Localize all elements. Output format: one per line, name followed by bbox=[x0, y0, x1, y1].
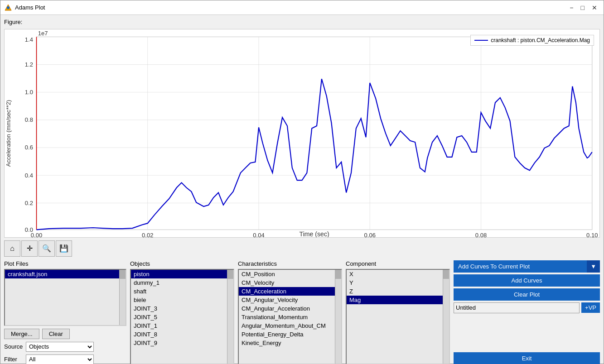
object-item-dummy1[interactable]: dummy_1 bbox=[131, 278, 233, 287]
characteristics-listbox[interactable]: CM_Position CM_Velocity CM_Acceleration … bbox=[238, 269, 342, 364]
svg-point-1 bbox=[7, 6, 10, 9]
pan-button[interactable]: ✛ bbox=[21, 240, 38, 257]
char-item-trans-momentum[interactable]: Translational_Momentum bbox=[239, 313, 341, 321]
vp-button[interactable]: +VP bbox=[581, 302, 600, 313]
scrollbar-thumb[interactable] bbox=[120, 270, 126, 279]
svg-text:Acceleration (mm/sec**2): Acceleration (mm/sec**2) bbox=[5, 100, 12, 167]
pan-icon: ✛ bbox=[27, 244, 33, 253]
content-area: Figure: bbox=[0, 15, 604, 364]
char-item-potential-energy[interactable]: Potential_Energy_Delta bbox=[239, 330, 341, 339]
merge-clear-row: Merge... Clear bbox=[4, 329, 126, 339]
svg-text:0.10: 0.10 bbox=[586, 232, 598, 237]
bottom-panel: Plot Files crankshaft.json Merge... Clea… bbox=[4, 260, 600, 364]
char-item-cm-angular-acceleration[interactable]: CM_Angular_Acceleration bbox=[239, 304, 341, 313]
add-curves-dropdown-arrow[interactable]: ▼ bbox=[587, 260, 600, 273]
app-icon bbox=[4, 4, 12, 12]
save-icon: 💾 bbox=[59, 244, 68, 253]
plot-files-label: Plot Files bbox=[4, 260, 126, 267]
svg-text:1.0: 1.0 bbox=[25, 89, 33, 96]
zoom-icon: 🔍 bbox=[42, 244, 51, 253]
comp-item-y[interactable]: Y bbox=[347, 278, 449, 287]
source-row: Source Objects All bbox=[4, 342, 126, 352]
save-button[interactable]: 💾 bbox=[56, 240, 72, 257]
char-scrollbar[interactable] bbox=[335, 270, 341, 364]
chart-svg: 0.0 0.2 0.4 0.6 0.8 1.0 1.2 1.4 1e7 0.00… bbox=[5, 29, 599, 237]
title-bar: Adams Plot − □ ✕ bbox=[0, 0, 604, 15]
objects-label: Objects bbox=[130, 260, 234, 267]
clear-plot-button[interactable]: Clear Plot bbox=[454, 288, 600, 301]
char-item-cm-position[interactable]: CM_Position bbox=[239, 270, 341, 278]
characteristics-label: Characteristics bbox=[238, 260, 342, 267]
comp-scrollbar-thumb[interactable] bbox=[443, 270, 449, 279]
untitled-row: +VP bbox=[454, 302, 600, 313]
spacer bbox=[454, 315, 600, 350]
char-item-cm-velocity[interactable]: CM_Velocity bbox=[239, 278, 341, 287]
component-listbox[interactable]: X Y Z Mag bbox=[346, 269, 450, 364]
main-window: Adams Plot − □ ✕ Figure: bbox=[0, 0, 604, 364]
home-button[interactable]: ⌂ bbox=[4, 240, 20, 257]
objects-scrollbar-thumb[interactable] bbox=[227, 270, 234, 279]
svg-text:0.00: 0.00 bbox=[31, 232, 42, 237]
svg-text:0.06: 0.06 bbox=[364, 232, 376, 237]
char-item-angular-momentum[interactable]: Angular_Momentum_About_CM bbox=[239, 321, 341, 330]
clear-button[interactable]: Clear bbox=[42, 329, 70, 339]
comp-scrollbar[interactable] bbox=[443, 270, 449, 364]
svg-text:0.6: 0.6 bbox=[25, 144, 33, 151]
object-item-joint1[interactable]: JOINT_1 bbox=[131, 321, 233, 330]
svg-text:0.02: 0.02 bbox=[142, 232, 153, 237]
window-title: Adams Plot bbox=[15, 4, 567, 11]
plot-files-panel: Plot Files crankshaft.json Merge... Clea… bbox=[4, 260, 126, 364]
figure-label: Figure: bbox=[4, 19, 600, 25]
svg-text:Time (sec): Time (sec) bbox=[300, 230, 329, 237]
component-label: Component bbox=[346, 260, 450, 267]
char-item-cm-angular-velocity[interactable]: CM_Angular_Velocity bbox=[239, 296, 341, 304]
char-scrollbar-thumb[interactable] bbox=[335, 270, 342, 279]
home-icon: ⌂ bbox=[10, 244, 14, 253]
object-item-joint3[interactable]: JOINT_3 bbox=[131, 304, 233, 313]
objects-panel: Objects piston dummy_1 shaft biele JOINT… bbox=[130, 260, 234, 364]
component-panel: Component X Y Z Mag bbox=[346, 260, 450, 364]
object-item-piston[interactable]: piston bbox=[131, 270, 233, 278]
objects-scrollbar[interactable] bbox=[227, 270, 233, 364]
object-item-joint5[interactable]: JOINT_5 bbox=[131, 313, 233, 321]
add-curves-to-current-plot-row: Add Curves To Current Plot ▼ bbox=[454, 260, 600, 273]
chart-area: 0.0 0.2 0.4 0.6 0.8 1.0 1.2 1.4 1e7 0.00… bbox=[4, 29, 600, 238]
char-item-kinetic-energy[interactable]: Kinetic_Energy bbox=[239, 339, 341, 347]
svg-text:0.4: 0.4 bbox=[25, 172, 33, 179]
svg-text:1.2: 1.2 bbox=[25, 61, 33, 68]
comp-item-x[interactable]: X bbox=[347, 270, 449, 278]
add-curves-to-current-plot-button[interactable]: Add Curves To Current Plot bbox=[454, 260, 587, 273]
object-item-joint9[interactable]: JOINT_9 bbox=[131, 339, 233, 347]
right-panel: Add Curves To Current Plot ▼ Add Curves … bbox=[454, 260, 600, 364]
zoom-button[interactable]: 🔍 bbox=[39, 240, 55, 257]
svg-text:1e7: 1e7 bbox=[38, 30, 48, 37]
chart-legend: crankshaft : piston.CM_Acceleration.Mag bbox=[470, 35, 594, 46]
comp-item-mag[interactable]: Mag bbox=[347, 296, 449, 304]
close-button[interactable]: ✕ bbox=[589, 3, 600, 12]
source-select[interactable]: Objects All bbox=[26, 342, 94, 352]
svg-text:1.4: 1.4 bbox=[25, 36, 33, 43]
object-item-joint8[interactable]: JOINT_8 bbox=[131, 330, 233, 339]
maximize-button[interactable]: □ bbox=[578, 3, 587, 12]
svg-text:0.04: 0.04 bbox=[253, 232, 264, 237]
merge-button[interactable]: Merge... bbox=[4, 329, 39, 339]
plot-files-listbox[interactable]: crankshaft.json bbox=[4, 269, 126, 326]
object-item-biele[interactable]: biele bbox=[131, 296, 233, 304]
svg-text:0.8: 0.8 bbox=[25, 116, 33, 123]
svg-text:0.08: 0.08 bbox=[475, 232, 487, 237]
minimize-button[interactable]: − bbox=[567, 3, 576, 12]
objects-listbox[interactable]: piston dummy_1 shaft biele JOINT_3 JOINT… bbox=[130, 269, 234, 364]
plot-file-item-crankshaft[interactable]: crankshaft.json bbox=[5, 270, 126, 278]
listbox-scrollbar[interactable] bbox=[119, 270, 126, 325]
filter-select[interactable]: All bbox=[26, 354, 94, 364]
comp-item-z[interactable]: Z bbox=[347, 287, 449, 296]
legend-text: crankshaft : piston.CM_Acceleration.Mag bbox=[491, 37, 590, 43]
source-label: Source bbox=[4, 343, 22, 350]
filter-label: Filter bbox=[4, 356, 22, 363]
object-item-shaft[interactable]: shaft bbox=[131, 287, 233, 296]
filter-row: Filter All bbox=[4, 354, 126, 364]
exit-button[interactable]: Exit bbox=[454, 352, 600, 364]
untitled-input[interactable] bbox=[454, 302, 580, 313]
add-curves-button[interactable]: Add Curves bbox=[454, 274, 600, 287]
char-item-cm-acceleration[interactable]: CM_Acceleration bbox=[239, 287, 341, 296]
